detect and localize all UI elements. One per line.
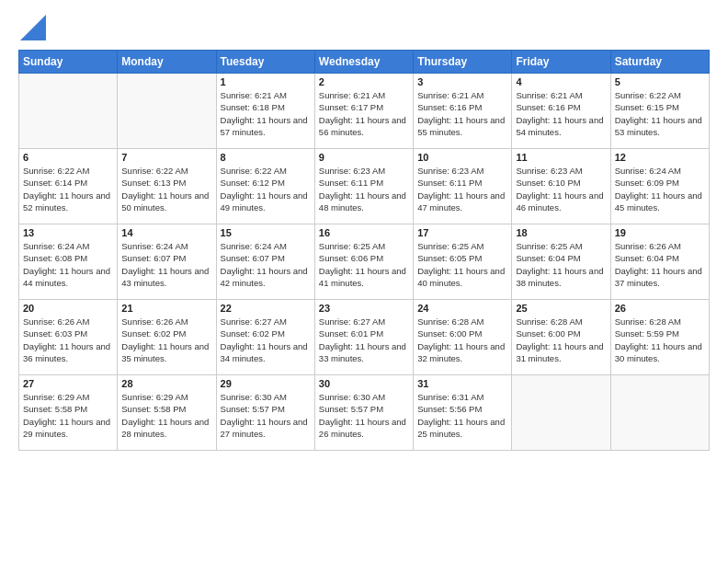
calendar-cell: 15Sunrise: 6:24 AMSunset: 6:07 PMDayligh… xyxy=(216,224,314,300)
logo xyxy=(18,15,46,40)
day-number: 31 xyxy=(417,378,507,389)
calendar-week-row: 6Sunrise: 6:22 AMSunset: 6:14 PMDaylight… xyxy=(19,149,710,224)
day-number: 24 xyxy=(417,303,507,314)
calendar-cell: 25Sunrise: 6:28 AMSunset: 6:00 PMDayligh… xyxy=(512,300,610,375)
day-number: 14 xyxy=(121,227,211,238)
calendar-cell: 3Sunrise: 6:21 AMSunset: 6:16 PMDaylight… xyxy=(414,74,512,149)
day-info: Sunrise: 6:25 AMSunset: 6:06 PMDaylight:… xyxy=(319,240,409,289)
day-info: Sunrise: 6:25 AMSunset: 6:04 PMDaylight:… xyxy=(516,240,606,289)
day-info: Sunrise: 6:30 AMSunset: 5:57 PMDaylight:… xyxy=(319,391,409,440)
day-number: 18 xyxy=(516,227,606,238)
calendar-header-row: SundayMondayTuesdayWednesdayThursdayFrid… xyxy=(19,51,710,74)
day-of-week-header: Thursday xyxy=(414,51,512,74)
page: SundayMondayTuesdayWednesdayThursdayFrid… xyxy=(0,0,728,563)
day-info: Sunrise: 6:22 AMSunset: 6:12 PMDaylight:… xyxy=(221,165,311,213)
day-info: Sunrise: 6:22 AMSunset: 6:13 PMDaylight:… xyxy=(121,165,211,213)
day-info: Sunrise: 6:24 AMSunset: 6:08 PMDaylight:… xyxy=(23,240,113,289)
day-number: 6 xyxy=(23,152,113,163)
calendar-cell: 6Sunrise: 6:22 AMSunset: 6:14 PMDaylight… xyxy=(19,149,118,224)
day-info: Sunrise: 6:28 AMSunset: 6:00 PMDaylight:… xyxy=(417,316,507,364)
calendar-cell: 13Sunrise: 6:24 AMSunset: 6:08 PMDayligh… xyxy=(19,224,118,300)
day-info: Sunrise: 6:26 AMSunset: 6:02 PMDaylight:… xyxy=(121,316,211,364)
day-of-week-header: Friday xyxy=(512,51,610,74)
calendar-cell: 20Sunrise: 6:26 AMSunset: 6:03 PMDayligh… xyxy=(19,300,118,375)
day-number: 3 xyxy=(417,76,507,87)
calendar-cell: 14Sunrise: 6:24 AMSunset: 6:07 PMDayligh… xyxy=(118,224,216,300)
day-info: Sunrise: 6:21 AMSunset: 6:16 PMDaylight:… xyxy=(516,89,606,138)
day-number: 25 xyxy=(516,303,606,314)
day-info: Sunrise: 6:30 AMSunset: 5:57 PMDaylight:… xyxy=(221,391,311,440)
calendar-cell: 24Sunrise: 6:28 AMSunset: 6:00 PMDayligh… xyxy=(414,300,512,375)
day-number: 30 xyxy=(319,378,409,389)
calendar-cell: 29Sunrise: 6:30 AMSunset: 5:57 PMDayligh… xyxy=(216,375,314,451)
day-info: Sunrise: 6:23 AMSunset: 6:10 PMDaylight:… xyxy=(516,165,606,213)
day-info: Sunrise: 6:21 AMSunset: 6:16 PMDaylight:… xyxy=(417,89,507,138)
day-info: Sunrise: 6:28 AMSunset: 6:00 PMDaylight:… xyxy=(516,316,606,364)
calendar-cell: 18Sunrise: 6:25 AMSunset: 6:04 PMDayligh… xyxy=(512,224,610,300)
calendar-week-row: 20Sunrise: 6:26 AMSunset: 6:03 PMDayligh… xyxy=(19,300,710,375)
day-of-week-header: Sunday xyxy=(19,51,118,74)
calendar-week-row: 1Sunrise: 6:21 AMSunset: 6:18 PMDaylight… xyxy=(19,74,710,149)
day-number: 2 xyxy=(319,76,409,87)
calendar-cell: 28Sunrise: 6:29 AMSunset: 5:58 PMDayligh… xyxy=(118,375,216,451)
calendar-cell xyxy=(610,375,709,451)
day-of-week-header: Wednesday xyxy=(314,51,413,74)
calendar-cell: 17Sunrise: 6:25 AMSunset: 6:05 PMDayligh… xyxy=(414,224,512,300)
day-info: Sunrise: 6:23 AMSunset: 6:11 PMDaylight:… xyxy=(417,165,507,213)
calendar-cell xyxy=(19,74,118,149)
calendar-cell: 30Sunrise: 6:30 AMSunset: 5:57 PMDayligh… xyxy=(314,375,413,451)
calendar-cell: 2Sunrise: 6:21 AMSunset: 6:17 PMDaylight… xyxy=(314,74,413,149)
calendar-cell: 19Sunrise: 6:26 AMSunset: 6:04 PMDayligh… xyxy=(610,224,709,300)
logo-icon xyxy=(20,15,46,40)
day-info: Sunrise: 6:23 AMSunset: 6:11 PMDaylight:… xyxy=(319,165,409,213)
day-number: 16 xyxy=(319,227,409,238)
day-info: Sunrise: 6:24 AMSunset: 6:07 PMDaylight:… xyxy=(121,240,211,289)
day-of-week-header: Tuesday xyxy=(216,51,314,74)
calendar-cell: 9Sunrise: 6:23 AMSunset: 6:11 PMDaylight… xyxy=(314,149,413,224)
day-number: 4 xyxy=(516,76,606,87)
calendar-cell: 1Sunrise: 6:21 AMSunset: 6:18 PMDaylight… xyxy=(216,74,314,149)
calendar-week-row: 13Sunrise: 6:24 AMSunset: 6:08 PMDayligh… xyxy=(19,224,710,300)
day-number: 21 xyxy=(121,303,211,314)
day-number: 5 xyxy=(615,76,705,87)
day-info: Sunrise: 6:22 AMSunset: 6:15 PMDaylight:… xyxy=(615,89,705,138)
day-info: Sunrise: 6:22 AMSunset: 6:14 PMDaylight:… xyxy=(23,165,113,213)
day-number: 17 xyxy=(417,227,507,238)
calendar-week-row: 27Sunrise: 6:29 AMSunset: 5:58 PMDayligh… xyxy=(19,375,710,451)
day-info: Sunrise: 6:26 AMSunset: 6:04 PMDaylight:… xyxy=(615,240,705,289)
day-number: 28 xyxy=(121,378,211,389)
header xyxy=(18,15,710,40)
calendar-cell: 27Sunrise: 6:29 AMSunset: 5:58 PMDayligh… xyxy=(19,375,118,451)
day-number: 19 xyxy=(615,227,705,238)
day-number: 15 xyxy=(221,227,311,238)
day-number: 23 xyxy=(319,303,409,314)
day-number: 13 xyxy=(23,227,113,238)
day-info: Sunrise: 6:25 AMSunset: 6:05 PMDaylight:… xyxy=(417,240,507,289)
calendar-cell: 11Sunrise: 6:23 AMSunset: 6:10 PMDayligh… xyxy=(512,149,610,224)
day-number: 9 xyxy=(319,152,409,163)
day-number: 29 xyxy=(221,378,311,389)
calendar-cell: 7Sunrise: 6:22 AMSunset: 6:13 PMDaylight… xyxy=(118,149,216,224)
day-info: Sunrise: 6:27 AMSunset: 6:02 PMDaylight:… xyxy=(221,316,311,364)
day-of-week-header: Saturday xyxy=(610,51,709,74)
day-of-week-header: Monday xyxy=(118,51,216,74)
day-number: 1 xyxy=(221,76,311,87)
day-number: 7 xyxy=(121,152,211,163)
day-info: Sunrise: 6:26 AMSunset: 6:03 PMDaylight:… xyxy=(23,316,113,364)
calendar-cell: 4Sunrise: 6:21 AMSunset: 6:16 PMDaylight… xyxy=(512,74,610,149)
day-info: Sunrise: 6:24 AMSunset: 6:09 PMDaylight:… xyxy=(615,165,705,213)
svg-marker-0 xyxy=(20,15,46,40)
calendar-cell xyxy=(512,375,610,451)
day-number: 22 xyxy=(221,303,311,314)
calendar-table: SundayMondayTuesdayWednesdayThursdayFrid… xyxy=(18,50,710,451)
day-info: Sunrise: 6:31 AMSunset: 5:56 PMDaylight:… xyxy=(417,391,507,440)
calendar-cell: 22Sunrise: 6:27 AMSunset: 6:02 PMDayligh… xyxy=(216,300,314,375)
day-info: Sunrise: 6:28 AMSunset: 5:59 PMDaylight:… xyxy=(615,316,705,364)
calendar-cell: 12Sunrise: 6:24 AMSunset: 6:09 PMDayligh… xyxy=(610,149,709,224)
calendar-cell: 8Sunrise: 6:22 AMSunset: 6:12 PMDaylight… xyxy=(216,149,314,224)
calendar-cell: 16Sunrise: 6:25 AMSunset: 6:06 PMDayligh… xyxy=(314,224,413,300)
day-number: 12 xyxy=(615,152,705,163)
calendar-cell: 31Sunrise: 6:31 AMSunset: 5:56 PMDayligh… xyxy=(414,375,512,451)
day-info: Sunrise: 6:24 AMSunset: 6:07 PMDaylight:… xyxy=(221,240,311,289)
calendar-cell: 10Sunrise: 6:23 AMSunset: 6:11 PMDayligh… xyxy=(414,149,512,224)
